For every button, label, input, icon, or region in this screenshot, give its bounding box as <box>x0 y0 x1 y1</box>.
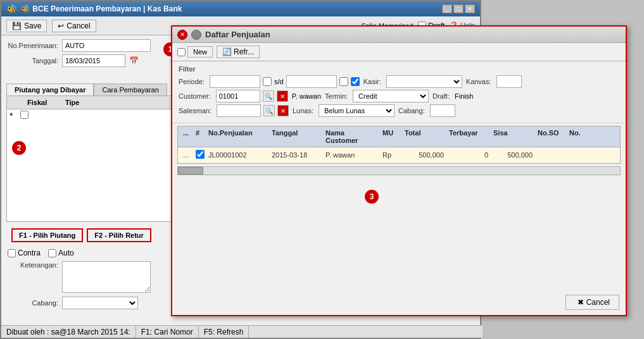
dialog-customer-clear-button[interactable]: ✕ <box>277 90 288 102</box>
tab-piutang[interactable]: Piutang yang Dibayar <box>6 83 94 96</box>
col-no-penjualan-header: No.Penjualan <box>206 128 269 145</box>
dialog-title-bar: ✕ Daftar Penjualan <box>172 27 626 43</box>
dialog-table-header: ... # No.Penjualan Tanggal Nama Customer… <box>178 126 620 147</box>
maximize-button[interactable]: □ <box>453 4 464 13</box>
daftar-penjualan-dialog: ✕ Daftar Penjualan New 🔄 Refr... Filter … <box>171 25 627 316</box>
kasir-select[interactable] <box>386 75 462 88</box>
row1-nama-customer: P. wawan <box>323 150 380 160</box>
kasir-group: Kasir: <box>363 75 462 88</box>
dialog-close-button[interactable]: ✕ <box>177 30 187 40</box>
cancel-icon: ↩ <box>58 22 64 30</box>
lunas-select[interactable]: Belum Lunas <box>319 104 395 117</box>
save-button[interactable]: 💾 Save <box>6 20 47 32</box>
refresh-button[interactable]: 🔄 Refr... <box>217 46 260 58</box>
kanvas-label: Kanvas: <box>466 78 494 85</box>
no-penerimaan-row: No.Penerimaan: <box>8 39 151 52</box>
tanggal-input[interactable] <box>62 54 125 67</box>
col-dot: ... <box>180 128 193 145</box>
col-terbayar-header: Terbayar <box>446 128 491 145</box>
dialog-toolbar: New 🔄 Refr... <box>172 43 626 61</box>
save-icon: 💾 <box>12 22 22 30</box>
auto-checkbox[interactable] <box>48 249 56 257</box>
lunas-label: Lunas: <box>293 107 316 114</box>
horizontal-scrollbar[interactable] <box>177 166 621 175</box>
periode-to-input[interactable] <box>286 75 337 88</box>
col-no-so-header: No.SO <box>535 128 567 145</box>
cabang-filter-input[interactable] <box>430 104 455 117</box>
scrollbar-thumb[interactable] <box>178 167 203 175</box>
salesman-search-button[interactable]: 🔍 <box>263 105 275 116</box>
cabang-filter-label: Cabang: <box>398 107 427 114</box>
termin-select[interactable]: Credit <box>353 90 429 102</box>
periode-from-input[interactable] <box>210 75 260 88</box>
dialog-bottom: ✖ Cancel <box>565 295 619 310</box>
title-bar-left: 🐝 🐝 BCE Penerimaan Pembayaran | Kas Bank <box>6 4 182 14</box>
f1-pilih-piutang-button[interactable]: F1 - Pilih Piutang <box>11 228 83 242</box>
filter-row1: Periode: s/d Kasir: Kanvas: <box>179 75 619 88</box>
form-fields-left: No.Penerimaan: Tanggal: 📅 <box>8 39 151 70</box>
dialog-cancel-button[interactable]: ✖ Cancel <box>565 295 619 310</box>
salesman-group: Salesman: 🔍 ✕ <box>179 104 289 117</box>
termin-label: Termin: <box>325 92 350 100</box>
no-penerimaan-label: No.Penerimaan: <box>8 42 58 49</box>
dialog-title: Daftar Penjualan <box>205 30 270 39</box>
f2-pilih-retur-button[interactable]: F2 - Pilih Retur <box>87 228 151 242</box>
status-dibuat: Dibuat oleh : sa@18 March 2015 14: <box>1 326 136 338</box>
col-num-header: # <box>193 128 206 145</box>
window-controls[interactable]: _ □ ✕ <box>442 4 475 13</box>
periode-checkbox2[interactable] <box>339 77 348 86</box>
filter-section: Filter Periode: s/d Kasir: Kanvas: <box>172 61 626 123</box>
dialog-customer-name: P. wawan <box>292 92 321 100</box>
cancel-button[interactable]: ↩ Cancel <box>52 20 96 32</box>
no-penerimaan-input[interactable] <box>62 39 151 52</box>
col-total-header: Total <box>402 128 446 145</box>
kanvas-group: Kanvas: <box>466 75 522 88</box>
row1-mu: Rp <box>380 150 402 160</box>
auto-checkbox-group: Auto <box>48 249 74 257</box>
salesman-input[interactable] <box>217 104 261 117</box>
refresh-icon: 🔄 <box>222 47 232 56</box>
dialog-customer-label: Customer: <box>179 92 213 100</box>
tab-cara-pembayaran[interactable]: Cara Pembayaran <box>94 83 167 96</box>
filter-row2: Customer: 🔍 ✕ P. wawan Termin: Credit Dr… <box>179 90 619 102</box>
new-checkbox-group: New <box>177 46 213 58</box>
row1-terbayar: 0 <box>446 150 491 160</box>
lunas-group: Lunas: Belum Lunas <box>293 104 395 117</box>
finish-label: Finish <box>455 92 473 100</box>
dialog-minimize-button[interactable] <box>191 30 201 40</box>
dialog-customer-input[interactable] <box>216 90 260 102</box>
contra-checkbox[interactable] <box>8 249 16 257</box>
salesman-clear-button[interactable]: ✕ <box>277 105 289 116</box>
status-f5: F5: Refresh <box>199 326 249 338</box>
contra-checkbox-group: Contra <box>8 249 41 257</box>
cabang-select[interactable] <box>62 297 138 309</box>
draft-finish-group: Draft: Finish <box>432 92 473 100</box>
draft-label: Draft: <box>432 92 452 100</box>
periode-checkbox3[interactable] <box>351 77 360 86</box>
col-mu-header: MU <box>380 128 402 145</box>
dialog-customer-search-button[interactable]: 🔍 <box>263 90 274 102</box>
col-tanggal-header: Tanggal <box>269 128 323 145</box>
keterangan-input[interactable] <box>62 261 151 293</box>
cabang-label: Cabang: <box>8 299 58 307</box>
periode-checkbox1[interactable] <box>263 77 272 86</box>
filter-row3: Salesman: 🔍 ✕ Lunas: Belum Lunas Cabang: <box>179 104 619 117</box>
row-checkbox[interactable] <box>20 111 28 119</box>
close-button[interactable]: ✕ <box>465 4 475 13</box>
col-nama-customer-header: Nama Customer <box>323 128 380 145</box>
periode-label: Periode: <box>179 78 207 85</box>
table-row[interactable]: ... JL00001002 2015-03-18 P. wawan Rp 50… <box>178 147 620 163</box>
new-button[interactable]: New <box>187 46 213 58</box>
row1-tanggal: 2015-03-18 <box>269 150 323 160</box>
title-bar: 🐝 🐝 BCE Penerimaan Pembayaran | Kas Bank… <box>1 1 480 16</box>
badge-2: 2 <box>12 141 26 155</box>
termin-group: Termin: Credit <box>325 90 429 102</box>
new-checkbox[interactable] <box>177 48 186 56</box>
kanvas-input[interactable] <box>496 75 522 88</box>
col-sisa-header: Sisa <box>491 128 535 145</box>
row-dot: ... <box>180 150 193 160</box>
minimize-button[interactable]: _ <box>442 4 452 13</box>
row1-checkbox[interactable] <box>196 150 205 159</box>
salesman-label: Salesman: <box>179 107 214 114</box>
calendar-icon[interactable]: 📅 <box>129 56 139 65</box>
